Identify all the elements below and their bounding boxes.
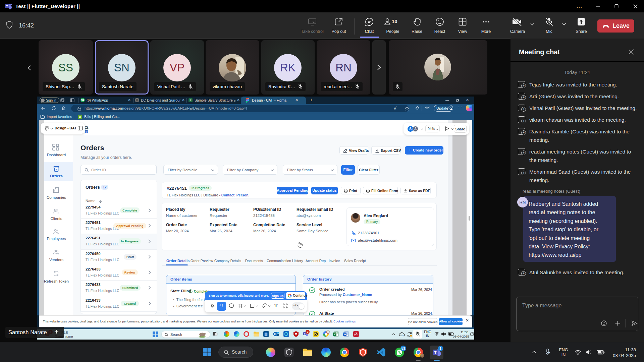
svg-text:T: T [304, 333, 306, 335]
svg-text:T: T [434, 351, 437, 355]
svg-text:T: T [6, 4, 8, 8]
svg-text:10: 10 [392, 18, 397, 24]
svg-text:W: W [343, 333, 346, 336]
svg-text:X: X [334, 333, 336, 336]
